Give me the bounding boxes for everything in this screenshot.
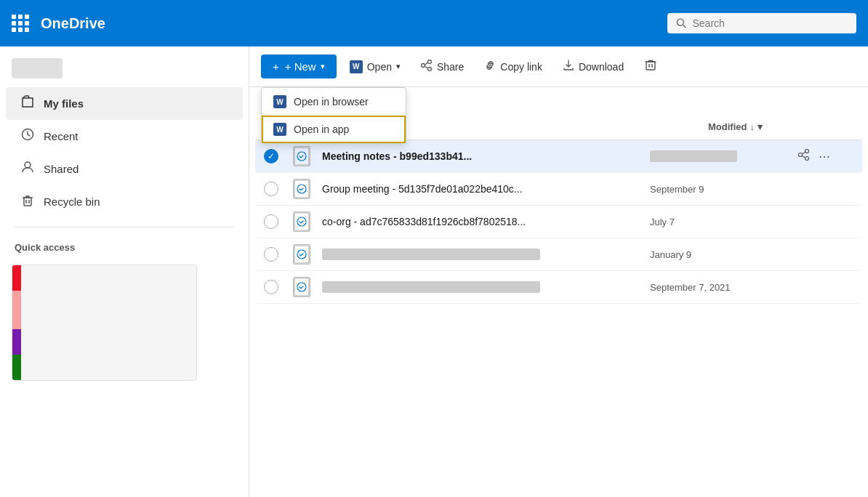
modified-cell-2: July 7 [650,217,795,227]
thumb-bar-green [12,355,21,380]
icon-cell-3 [293,244,322,264]
main-content: + + New ▾ W Open ▾ Share [249,47,868,497]
download-label: Download [579,61,624,73]
thumb-bars [12,265,21,380]
check-empty-3 [264,247,278,262]
recyclebin-icon [20,193,35,211]
name-cell-1: Group meeting - 5d135f7de01a022be410c... [322,183,650,195]
app-title: OneDrive [41,15,659,32]
svg-point-16 [297,152,306,161]
check-empty-4 [264,280,278,294]
new-chevron-icon: ▾ [321,62,325,71]
share-label: Share [437,61,464,73]
download-button[interactable]: Download [555,55,631,78]
svg-point-24 [297,250,306,259]
sidebar-item-myfiles[interactable]: My files [6,87,243,120]
modified-3: January 9 [650,249,691,260]
new-button[interactable]: + + New ▾ [261,54,337,78]
search-icon [676,17,686,29]
modified-cell-3: January 9 [650,249,795,260]
file-list: Name ▾ Modified ↓ ▾ ✓ [249,114,868,497]
svg-rect-4 [24,198,31,206]
check-cell-2 [264,214,293,229]
open-in-browser-label: Open in browser [294,96,369,108]
copy-link-button[interactable]: Copy link [477,55,550,78]
quick-access-thumbnail [12,264,197,381]
table-row[interactable]: September 7, 2021 [255,271,862,304]
myfiles-icon [20,94,35,113]
recyclebin-label: Recycle bin [44,195,100,208]
modified-4: September 7, 2021 [650,282,731,293]
open-in-browser-item[interactable]: W Open in browser [262,88,406,116]
word-icon-app: W [273,123,286,136]
filename-0: Meeting notes - b99ed133b41... [322,150,472,162]
name-cell-2: co-org - ad7c765833d81f1926cb8f7802518..… [322,216,650,227]
search-box[interactable] [667,13,856,33]
share-action-0[interactable] [795,146,813,166]
more-action-0[interactable]: ⋯ [816,147,833,166]
header: OneDrive [0,0,868,47]
quick-access-label: Quick access [0,236,249,259]
check-cell-1 [264,182,293,196]
name-cell-0: Meeting notes - b99ed133b41... [322,150,650,162]
check-cell-0: ✓ [264,149,293,163]
icon-cell-2 [293,211,322,232]
filename-2: co-org - ad7c765833d81f1926cb8f7802518..… [322,216,526,227]
main-layout: My files Recent Shared [0,47,868,497]
user-avatar-box [12,58,63,78]
check-cell-4 [264,280,293,294]
apps-grid-icon[interactable] [12,15,29,32]
delete-button[interactable] [640,54,662,79]
svg-line-17 [802,152,805,154]
word-icon: W [350,60,363,73]
thumb-bar-red [12,265,21,291]
share-button[interactable]: Share [414,55,471,78]
sidebar-item-recyclebin[interactable]: Recycle bin [6,185,243,218]
file-icon-0 [293,146,310,166]
svg-line-1 [683,25,686,28]
svg-line-9 [425,66,428,68]
table-row[interactable]: Group meeting - 5d135f7de01a022be410c...… [255,173,862,206]
table-row[interactable]: co-org - ad7c765833d81f1926cb8f7802518..… [255,206,862,238]
check-cell-3 [264,247,293,262]
svg-line-18 [802,155,805,158]
sidebar-item-recent[interactable]: Recent [6,120,243,153]
modified-2: July 7 [650,217,675,227]
file-icon-4 [293,277,310,297]
recent-label: Recent [44,130,79,142]
table-row[interactable]: January 9 [255,238,862,271]
open-in-app-item[interactable]: W Open in app [262,116,406,143]
thumb-bar-pink [12,291,21,329]
open-button[interactable]: W Open ▾ [342,56,408,78]
col-modified-header[interactable]: Modified ↓ ▾ [708,121,853,132]
word-icon-browser: W [273,95,286,108]
table-row[interactable]: ✓ Meeting notes - b99ed133b41... [255,140,862,173]
sidebar-divider [15,227,234,227]
file-icon-3 [293,244,310,264]
redacted-name-3 [322,248,540,260]
check-selected-0: ✓ [264,149,278,163]
user-block [0,52,249,87]
svg-point-26 [297,283,306,291]
copy-link-label: Copy link [500,61,542,73]
svg-rect-15 [294,148,309,165]
file-icon-2 [293,211,310,232]
icon-cell-1 [293,179,322,199]
myfiles-label: My files [44,97,84,110]
new-plus-icon: + [273,60,279,73]
sidebar-item-shared[interactable]: Shared [6,153,243,185]
actions-cell-0: ⋯ [795,146,853,166]
svg-point-20 [297,185,306,193]
share-icon [421,60,433,73]
search-input[interactable] [692,17,848,29]
toolbar: + + New ▾ W Open ▾ Share [249,47,868,87]
open-chevron-icon: ▾ [396,62,401,71]
new-label: + New [285,60,316,73]
delete-icon [644,58,657,71]
svg-rect-10 [646,62,655,70]
filename-1: Group meeting - 5d135f7de01a022be410c... [322,183,523,195]
check-empty-1 [264,182,278,196]
svg-rect-21 [294,213,309,230]
recent-icon [20,127,35,145]
shared-icon [20,160,35,178]
